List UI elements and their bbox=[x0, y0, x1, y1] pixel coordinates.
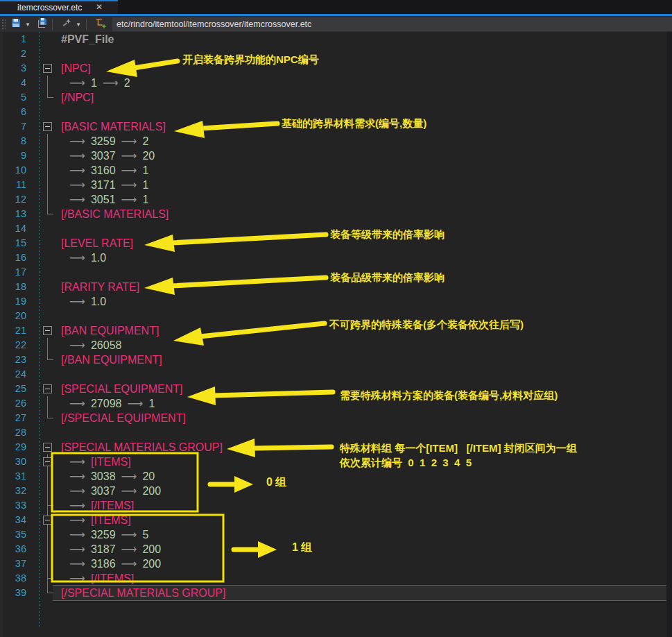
code-line[interactable]: #PVF_File bbox=[56, 32, 672, 46]
code-editor[interactable]: 1#PVF_File23[NPC]4⟶1⟶25[/NPC]67[BASIC MA… bbox=[0, 32, 672, 637]
code-line[interactable]: ⟶[ITEMS] bbox=[56, 513, 672, 527]
line-number[interactable]: 18 bbox=[0, 280, 33, 294]
code-line[interactable]: [RARITY RATE] bbox=[56, 280, 672, 294]
line-number[interactable]: 20 bbox=[0, 309, 33, 323]
code-line[interactable]: [SPECIAL MATERIALS GROUP] bbox=[56, 440, 672, 455]
fold-marker[interactable] bbox=[33, 353, 56, 367]
line-number[interactable]: 6 bbox=[0, 105, 33, 119]
code-line[interactable]: ⟶3037⟶20 bbox=[56, 148, 672, 163]
code-line[interactable]: [/BAN EQUIPMENT] bbox=[56, 353, 672, 367]
line-number[interactable]: 31 bbox=[0, 469, 33, 484]
line-number[interactable]: 13 bbox=[0, 207, 33, 221]
collapse-minus-icon[interactable] bbox=[43, 326, 52, 335]
fold-marker[interactable] bbox=[33, 61, 56, 76]
code-line[interactable]: ⟶[ITEMS] bbox=[56, 455, 672, 469]
fold-marker[interactable] bbox=[33, 323, 56, 338]
collapse-minus-icon[interactable] bbox=[43, 443, 52, 452]
code-line[interactable]: ⟶3171⟶1 bbox=[56, 178, 672, 192]
line-number[interactable]: 23 bbox=[0, 353, 33, 367]
line-number[interactable]: 35 bbox=[0, 527, 33, 542]
fold-marker[interactable] bbox=[33, 455, 56, 469]
code-line[interactable]: ⟶26058 bbox=[56, 338, 672, 353]
line-number[interactable]: 29 bbox=[0, 440, 33, 455]
code-line[interactable] bbox=[56, 46, 672, 61]
fold-marker[interactable] bbox=[33, 90, 56, 105]
save-dropdown-caret-icon[interactable]: ▾ bbox=[24, 21, 32, 28]
line-number[interactable]: 2 bbox=[0, 46, 33, 61]
collapse-minus-icon[interactable] bbox=[43, 384, 52, 393]
line-number[interactable]: 9 bbox=[0, 148, 33, 163]
fold-marker[interactable] bbox=[33, 382, 56, 396]
code-line[interactable]: [/NPC] bbox=[56, 90, 672, 105]
line-number[interactable]: 1 bbox=[0, 32, 33, 46]
fold-marker[interactable] bbox=[33, 557, 56, 571]
fold-marker[interactable] bbox=[33, 440, 56, 455]
fold-marker[interactable] bbox=[33, 192, 56, 207]
vertical-scrollbar[interactable] bbox=[666, 32, 672, 637]
code-line[interactable]: [/SPECIAL MATERIALS GROUP] bbox=[53, 585, 672, 601]
code-line[interactable]: ⟶27098⟶1 bbox=[56, 396, 672, 411]
code-line[interactable]: ⟶3186⟶200 bbox=[56, 557, 672, 571]
file-path-bar[interactable]: etc/rindro/itemtool/itemcrossover/itemcr… bbox=[112, 17, 672, 31]
fold-marker[interactable] bbox=[33, 163, 56, 178]
collapse-minus-icon[interactable] bbox=[43, 516, 52, 525]
code-line[interactable]: [BASIC MATERIALS] bbox=[56, 119, 672, 134]
line-number[interactable]: 10 bbox=[0, 163, 33, 178]
code-line[interactable]: ⟶[/ITEMS] bbox=[56, 571, 672, 586]
fold-marker[interactable] bbox=[33, 571, 56, 586]
code-line[interactable]: ⟶1.0 bbox=[56, 294, 672, 309]
code-line[interactable]: [BAN EQUIPMENT] bbox=[56, 323, 672, 338]
collapse-minus-icon[interactable] bbox=[43, 457, 52, 466]
code-line[interactable]: ⟶3037⟶200 bbox=[56, 484, 672, 498]
tab-itemcrossover[interactable]: itemcrossover.etc ✕ bbox=[0, 0, 118, 14]
code-line[interactable]: ⟶3259⟶2 bbox=[56, 134, 672, 148]
tool-button[interactable] bbox=[60, 18, 73, 31]
line-number[interactable]: 14 bbox=[0, 221, 33, 236]
fold-marker[interactable] bbox=[33, 178, 56, 192]
fold-marker[interactable] bbox=[33, 134, 56, 148]
line-number[interactable]: 30 bbox=[0, 455, 33, 469]
line-number[interactable]: 32 bbox=[0, 484, 33, 498]
code-line[interactable]: [NPC] bbox=[56, 61, 672, 76]
fold-marker[interactable] bbox=[33, 527, 56, 542]
fold-marker[interactable] bbox=[33, 119, 56, 134]
code-line[interactable]: ⟶[/ITEMS] bbox=[56, 498, 672, 513]
fold-marker[interactable] bbox=[33, 148, 56, 163]
code-line[interactable]: ⟶1⟶2 bbox=[56, 76, 672, 90]
code-line[interactable]: [SPECIAL EQUIPMENT] bbox=[56, 382, 672, 396]
line-number[interactable]: 7 bbox=[0, 119, 33, 134]
code-line[interactable]: ⟶3160⟶1 bbox=[56, 163, 672, 178]
code-line[interactable]: [/SPECIAL EQUIPMENT] bbox=[56, 411, 672, 425]
line-number[interactable]: 21 bbox=[0, 323, 33, 338]
line-number[interactable]: 19 bbox=[0, 294, 33, 309]
line-number[interactable]: 25 bbox=[0, 382, 33, 396]
fold-marker[interactable] bbox=[33, 76, 56, 90]
code-line[interactable] bbox=[56, 105, 672, 119]
fold-marker[interactable] bbox=[33, 484, 56, 498]
line-number[interactable]: 12 bbox=[0, 192, 33, 207]
code-line[interactable]: [LEVEL RATE] bbox=[56, 236, 672, 250]
line-number[interactable]: 24 bbox=[0, 367, 33, 382]
save-all-button[interactable] bbox=[36, 18, 49, 31]
code-line[interactable]: [/BASIC MATERIALS] bbox=[56, 207, 672, 221]
line-number[interactable]: 27 bbox=[0, 411, 33, 425]
line-number[interactable]: 22 bbox=[0, 338, 33, 353]
code-line[interactable]: ⟶3051⟶1 bbox=[56, 192, 672, 207]
line-number[interactable]: 33 bbox=[0, 498, 33, 513]
tool-dropdown-caret-icon[interactable]: ▾ bbox=[74, 21, 83, 28]
code-line[interactable] bbox=[56, 221, 672, 236]
line-number[interactable]: 8 bbox=[0, 134, 33, 148]
line-number[interactable]: 17 bbox=[0, 265, 33, 280]
fold-marker[interactable] bbox=[33, 411, 56, 425]
code-line[interactable] bbox=[56, 309, 672, 323]
line-number[interactable]: 11 bbox=[0, 178, 33, 192]
code-line[interactable] bbox=[56, 367, 672, 382]
line-number[interactable]: 26 bbox=[0, 396, 33, 411]
save-button[interactable] bbox=[10, 18, 22, 31]
fold-marker[interactable] bbox=[33, 396, 56, 411]
line-number[interactable]: 37 bbox=[0, 557, 33, 571]
line-number[interactable]: 15 bbox=[0, 236, 33, 250]
line-number[interactable]: 5 bbox=[0, 90, 33, 105]
code-line[interactable]: ⟶3187⟶200 bbox=[56, 542, 672, 557]
code-line[interactable] bbox=[56, 265, 672, 280]
